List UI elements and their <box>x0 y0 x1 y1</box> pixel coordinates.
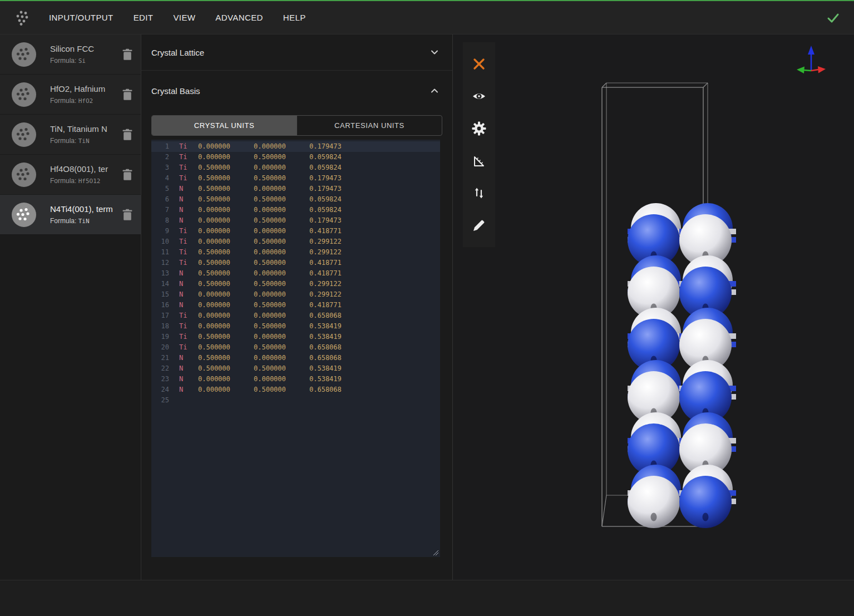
coord-z: 0.538419 <box>309 321 365 332</box>
materials-list: Silicon FCC Formula: Si HfO2, Hafnium Fo… <box>0 35 141 235</box>
menu-help[interactable]: HELP <box>283 13 306 22</box>
material-formula: Formula: Si <box>50 57 122 65</box>
line-number: 8 <box>155 215 169 226</box>
delete-material-icon[interactable] <box>122 129 133 141</box>
edit-pencil-icon[interactable] <box>472 218 486 233</box>
app-logo-icon[interactable] <box>13 8 32 27</box>
basis-row-1[interactable]: 1Ti0.0000000.0000000.179473 <box>151 141 440 152</box>
delete-material-icon[interactable] <box>122 209 133 221</box>
coord-z: 0.059824 <box>309 152 365 162</box>
delete-material-icon[interactable] <box>122 48 133 61</box>
basis-row-6[interactable]: 6N0.5000000.5000000.059824 <box>151 194 440 205</box>
material-info: Hf4O8(001), ter Formula: Hf5O12 <box>50 164 122 185</box>
basis-rows: 1Ti0.0000000.0000000.1794732Ti0.0000000.… <box>151 141 440 406</box>
element-symbol: N <box>179 374 198 385</box>
coord-z: 0.418771 <box>309 226 365 236</box>
coord-y: 0.000000 <box>254 141 309 152</box>
basis-row-empty[interactable]: 25 <box>151 395 440 406</box>
basis-row-3[interactable]: 3Ti0.5000000.0000000.059824 <box>151 162 440 173</box>
basis-row-14[interactable]: 14N0.5000000.5000000.299122 <box>151 279 440 289</box>
basis-row-10[interactable]: 10Ti0.0000000.5000000.299122 <box>151 236 440 247</box>
visibility-eye-icon[interactable] <box>472 89 486 104</box>
structure-viewer[interactable] <box>453 35 854 580</box>
basis-row-20[interactable]: 20Ti0.5000000.5000000.658068 <box>151 342 440 353</box>
coord-x: 0.500000 <box>198 342 254 353</box>
coord-y: 0.000000 <box>254 247 309 258</box>
basis-row-17[interactable]: 17Ti0.0000000.0000000.658068 <box>151 311 440 321</box>
coord-x: 0.500000 <box>198 363 254 374</box>
basis-row-8[interactable]: 8N0.0000000.5000000.179473 <box>151 215 440 226</box>
basis-row-7[interactable]: 7N0.0000000.0000000.059824 <box>151 205 440 215</box>
basis-row-21[interactable]: 21N0.5000000.0000000.658068 <box>151 353 440 363</box>
delete-material-icon[interactable] <box>122 169 133 181</box>
crystal-structure-render[interactable] <box>453 35 854 580</box>
coord-y: 0.500000 <box>254 152 309 162</box>
basis-row-9[interactable]: 9Ti0.0000000.0000000.418771 <box>151 226 440 236</box>
line-number: 15 <box>155 289 169 300</box>
sidebar-item-material-2[interactable]: TiN, Titanium N Formula: TiN <box>0 115 141 155</box>
basis-row-13[interactable]: 13N0.5000000.0000000.418771 <box>151 268 440 279</box>
line-number: 3 <box>155 162 169 173</box>
basis-row-2[interactable]: 2Ti0.0000000.5000000.059824 <box>151 152 440 162</box>
line-number: 12 <box>155 258 169 268</box>
sidebar-item-material-3[interactable]: Hf4O8(001), ter Formula: Hf5O12 <box>0 155 141 195</box>
basis-row-5[interactable]: 5N0.5000000.0000000.179473 <box>151 184 440 194</box>
line-number: 13 <box>155 268 169 279</box>
line-number: 16 <box>155 300 169 311</box>
material-formula: Formula: TiN <box>50 137 122 145</box>
crystal-lattice-section-header[interactable]: Crystal Lattice <box>141 35 452 71</box>
sidebar-item-material-1[interactable]: HfO2, Hafnium Formula: HfO2 <box>0 75 141 115</box>
coord-x: 0.000000 <box>198 321 254 332</box>
basis-row-4[interactable]: 4Ti0.5000000.5000000.179473 <box>151 173 440 184</box>
element-symbol: N <box>179 205 198 215</box>
coord-x: 0.000000 <box>198 205 254 215</box>
chevron-down-icon[interactable] <box>430 48 439 57</box>
coord-y: 0.500000 <box>254 258 309 268</box>
element-symbol: Ti <box>179 342 198 353</box>
menu-advanced[interactable]: ADVANCED <box>215 13 263 22</box>
tab-cartesian-units[interactable]: CARTESIAN UNITS <box>297 116 442 135</box>
basis-row-18[interactable]: 18Ti0.0000000.5000000.538419 <box>151 321 440 332</box>
close-icon[interactable] <box>472 57 486 71</box>
line-number: 24 <box>155 385 169 395</box>
material-info: HfO2, Hafnium Formula: HfO2 <box>50 84 122 105</box>
coord-y: 0.000000 <box>254 226 309 236</box>
resize-handle[interactable] <box>433 550 439 556</box>
settings-gear-icon[interactable] <box>472 121 486 136</box>
coord-x: 0.500000 <box>198 194 254 205</box>
line-number: 18 <box>155 321 169 332</box>
tab-crystal-units[interactable]: CRYSTAL UNITS <box>152 116 297 135</box>
menu-edit[interactable]: EDIT <box>134 13 154 22</box>
basis-row-16[interactable]: 16N0.0000000.5000000.418771 <box>151 300 440 311</box>
sidebar-item-material-0[interactable]: Silicon FCC Formula: Si <box>0 35 141 75</box>
coord-z: 0.418771 <box>309 268 365 279</box>
basis-row-23[interactable]: 23N0.0000000.0000000.538419 <box>151 374 440 385</box>
element-symbol: Ti <box>179 247 198 258</box>
menu-view[interactable]: VIEW <box>173 13 195 22</box>
basis-row-24[interactable]: 24N0.0000000.5000000.658068 <box>151 385 440 395</box>
basis-row-11[interactable]: 11Ti0.5000000.0000000.299122 <box>151 247 440 258</box>
basis-row-22[interactable]: 22N0.5000000.5000000.538419 <box>151 363 440 374</box>
coord-x: 0.500000 <box>198 184 254 194</box>
chevron-up-icon[interactable] <box>430 86 439 95</box>
coord-x: 0.000000 <box>198 289 254 300</box>
coord-z: 0.179473 <box>309 215 365 226</box>
element-symbol: Ti <box>179 226 198 236</box>
coord-z: 0.658068 <box>309 311 365 321</box>
basis-row-19[interactable]: 19Ti0.5000000.0000000.538419 <box>151 332 440 342</box>
menu-input-output[interactable]: INPUT/OUTPUT <box>49 13 113 22</box>
crystal-basis-editor[interactable]: 1Ti0.0000000.0000000.1794732Ti0.0000000.… <box>151 140 440 557</box>
measure-set-square-icon[interactable] <box>472 154 486 168</box>
coord-x: 0.000000 <box>198 152 254 162</box>
bottom-strip <box>0 580 854 615</box>
basis-row-12[interactable]: 12Ti0.5000000.5000000.418771 <box>151 258 440 268</box>
sidebar-item-material-4[interactable]: N4Ti4(001), term Formula: TiN <box>0 195 141 235</box>
crystal-basis-section-header[interactable]: Crystal Basis <box>141 71 452 111</box>
swap-axes-icon[interactable] <box>472 186 486 200</box>
delete-material-icon[interactable] <box>122 88 133 101</box>
line-number: 14 <box>155 279 169 289</box>
coord-y: 0.500000 <box>254 385 309 395</box>
line-number: 6 <box>155 194 169 205</box>
basis-row-15[interactable]: 15N0.0000000.0000000.299122 <box>151 289 440 300</box>
coord-x: 0.500000 <box>198 247 254 258</box>
